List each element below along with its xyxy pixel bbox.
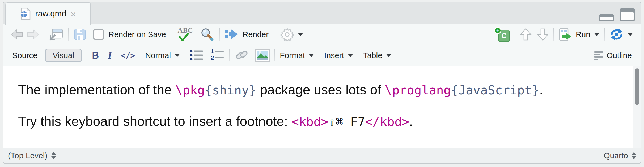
open-in-new-window-icon[interactable] <box>49 28 63 41</box>
html-open-tag: <kbd> <box>291 115 328 129</box>
back-icon[interactable] <box>11 29 23 40</box>
rstudio-source-pane: raw.qmd × <box>0 0 644 167</box>
run-icon[interactable] <box>559 28 572 41</box>
render-icon[interactable] <box>224 28 238 41</box>
latex-argument: {shiny} <box>205 83 256 97</box>
paragraph-2: Try this keyboard shortcut to insert a f… <box>18 113 617 130</box>
insert-menu-caret[interactable] <box>348 54 353 57</box>
insert-chunk-icon[interactable]: C + <box>494 27 510 42</box>
table-menu-caret[interactable] <box>386 54 391 57</box>
bullet-list-icon[interactable] <box>190 49 204 61</box>
latex-command: \proglang <box>385 83 451 97</box>
go-to-next-chunk-icon[interactable] <box>537 28 549 41</box>
format-label: Quarto <box>604 151 628 160</box>
rerun-icon[interactable] <box>609 28 624 41</box>
window-controls <box>599 8 635 21</box>
quarto-file-icon <box>20 7 31 20</box>
rerun-options-caret[interactable] <box>628 33 633 36</box>
main-toolbar: Render on Save ABC <box>3 24 641 45</box>
vertical-scrollbar[interactable] <box>633 66 641 148</box>
gear-icon[interactable] <box>280 28 294 41</box>
render-on-save-checkbox[interactable] <box>93 29 104 40</box>
forward-icon[interactable] <box>27 29 39 40</box>
scope-selector[interactable]: (Top Level) <box>3 151 56 160</box>
tab-bar: raw.qmd × <box>3 2 641 24</box>
render-on-save-label: Render on Save <box>108 30 166 39</box>
status-bar: (Top Level) Quarto <box>3 148 641 163</box>
run-options-caret[interactable] <box>594 33 599 36</box>
paragraph-style-select[interactable]: Normal <box>145 51 171 60</box>
tab-close-icon[interactable]: × <box>71 10 76 19</box>
paragraph-style-caret[interactable] <box>175 54 180 57</box>
save-icon[interactable] <box>73 28 87 41</box>
format-menu-caret[interactable] <box>309 54 314 57</box>
render-options-caret[interactable] <box>298 33 303 36</box>
numbered-list-icon[interactable]: 1 2 <box>211 49 224 62</box>
sorter-icon <box>631 152 637 160</box>
visual-mode-button[interactable]: Visual <box>45 49 82 62</box>
italic-icon[interactable]: I <box>108 50 112 61</box>
editor-canvas[interactable]: The implementation of the \pkg{shiny} pa… <box>3 66 641 148</box>
tab-raw-qmd[interactable]: raw.qmd × <box>5 2 91 25</box>
html-close-tag: </kbd> <box>365 115 409 129</box>
scope-label: (Top Level) <box>8 151 47 160</box>
spellcheck-icon[interactable]: ABC <box>176 27 195 42</box>
table-menu[interactable]: Table <box>363 51 382 60</box>
kbd-shortcut: ⇧⌘ F7 <box>328 115 365 129</box>
editor-panel: raw.qmd × <box>3 2 641 164</box>
plus-badge-icon: + <box>494 27 501 34</box>
go-to-previous-chunk-icon[interactable] <box>520 28 532 41</box>
maximize-icon[interactable] <box>620 8 635 21</box>
tab-title: raw.qmd <box>35 9 66 19</box>
insert-menu[interactable]: Insert <box>324 51 344 60</box>
search-icon[interactable] <box>200 27 214 42</box>
minimize-icon[interactable] <box>599 14 614 21</box>
outline-icon[interactable] <box>593 50 604 61</box>
bold-icon[interactable]: B <box>92 50 99 61</box>
source-mode-button[interactable]: Source <box>12 51 37 60</box>
document-format-selector[interactable]: Quarto <box>584 148 641 163</box>
latex-argument: {JavaScript} <box>451 83 539 97</box>
paragraph-1: The implementation of the \pkg{shiny} pa… <box>18 82 617 98</box>
run-button[interactable]: Run <box>576 30 590 39</box>
image-icon[interactable] <box>255 49 270 62</box>
link-icon[interactable] <box>235 49 249 62</box>
outline-toggle[interactable]: Outline <box>607 51 632 60</box>
format-toolbar: Source Visual B I </> Normal 1 2 <box>3 45 641 66</box>
sorter-icon <box>51 152 56 160</box>
code-icon[interactable]: </> <box>121 51 135 60</box>
scrollbar-thumb[interactable] <box>635 68 639 105</box>
format-menu[interactable]: Format <box>280 51 305 60</box>
latex-command: \pkg <box>175 83 205 97</box>
render-button[interactable]: Render <box>243 30 269 39</box>
